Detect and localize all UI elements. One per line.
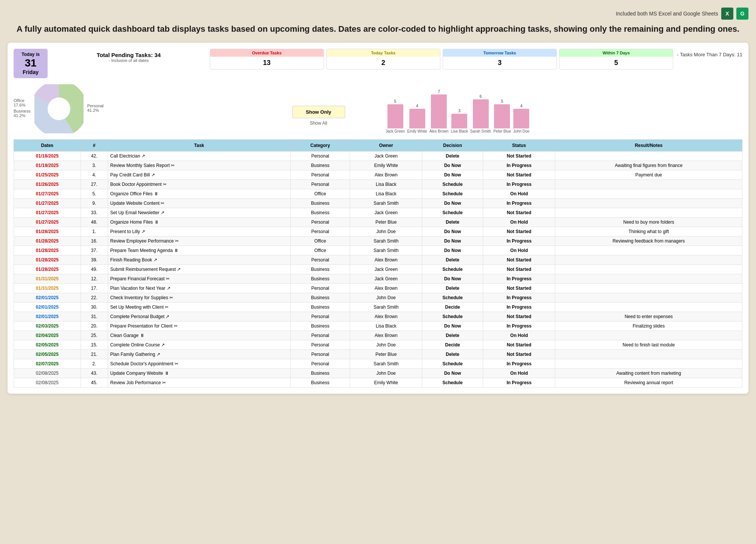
status-cell: In Progress [483, 198, 555, 208]
task-cell: Update Company Website ⏸ [108, 368, 290, 378]
num-cell: 48. [81, 217, 108, 227]
date-cell: 01/27/2025 [14, 208, 81, 217]
decision-cell: Do Now [422, 170, 483, 179]
table-row: 01/27/202548.Organize Home Files ⏸Person… [14, 217, 742, 227]
week-value: 5 [559, 57, 673, 69]
num-cell: 27. [81, 179, 108, 189]
owner-cell: Sarah Smith [350, 359, 422, 368]
task-cell: Call Electrician ↗ [108, 151, 290, 161]
status-cell: In Progress [483, 378, 555, 387]
status-cell: On Hold [483, 217, 555, 227]
show-all-link[interactable]: Show All [310, 121, 327, 126]
table-row: 02/05/202515.Complete Online Course ↗Per… [14, 340, 742, 349]
table-row: 01/28/202539.Finish Reading Book ↗Person… [14, 255, 742, 264]
show-only-section: Show Only Show All [259, 106, 378, 133]
bar-rect [473, 99, 489, 128]
notes-cell: Awaiting content from marketing [555, 368, 742, 378]
num-cell: 42. [81, 151, 108, 161]
decision-cell: Schedule [422, 208, 483, 217]
more-tasks: - Tasks More Than 7 Days: 11 [677, 49, 742, 57]
task-cell: Pay Credit Card Bill ↗ [108, 170, 290, 179]
summary-row: Today is 31 Friday Total Pending Tasks: … [14, 49, 742, 78]
notes-cell: Thinking what to gift [555, 227, 742, 236]
date-cell: 02/04/2025 [14, 331, 81, 340]
table-header: Dates#TaskCategoryOwnerDecisionStatusRes… [14, 139, 742, 151]
bar-rect [513, 109, 529, 128]
table-header-cell: Owner [350, 139, 422, 151]
category-cell: Business [290, 208, 350, 217]
category-cell: Office [290, 189, 350, 198]
today-tasks-header: Today Tasks [327, 49, 440, 57]
table-body: 01/18/202542.Call Electrician ↗PersonalJ… [14, 151, 742, 387]
task-cell: Set Up Email Newsletter ↗ [108, 208, 290, 217]
owner-cell: John Doe [350, 293, 422, 302]
decision-cell: Delete [422, 151, 483, 161]
category-cell: Business [290, 302, 350, 312]
table-row: 01/27/20255.Organize Office Files ⏸Offic… [14, 189, 742, 198]
tomorrow-header: Tomorrow Tasks [443, 49, 556, 57]
bar-rect [409, 109, 425, 128]
table-row: 01/19/20253.Review Monthly Sales Report … [14, 161, 742, 170]
task-cell: Check Inventory for Supplies ✂ [108, 293, 290, 302]
decision-cell: Schedule [422, 293, 483, 302]
task-cell: Organize Home Files ⏸ [108, 217, 290, 227]
category-cell: Office [290, 246, 350, 255]
bar-item: 5 Peter Blue [493, 99, 511, 133]
date-cell: 01/31/2025 [14, 283, 81, 293]
category-cell: Business [290, 264, 350, 274]
num-cell: 22. [81, 293, 108, 302]
decision-cell: Delete [422, 349, 483, 359]
notes-cell [555, 302, 742, 312]
num-cell: 4. [81, 170, 108, 179]
date-cell: 02/05/2025 [14, 340, 81, 349]
date-cell: 01/28/2025 [14, 264, 81, 274]
table-row: 01/18/202542.Call Electrician ↗PersonalJ… [14, 151, 742, 161]
owner-cell: Alex Brown [350, 331, 422, 340]
date-cell: 01/28/2025 [14, 236, 81, 246]
table-row: 02/05/202521.Plan Family Gathering ↗Pers… [14, 349, 742, 359]
date-cell: 02/05/2025 [14, 349, 81, 359]
category-cell: Personal [290, 255, 350, 264]
category-cell: Personal [290, 340, 350, 349]
table-header-cell: Dates [14, 139, 81, 151]
bar-item: 4 Emily White [407, 104, 427, 133]
owner-cell: Alex Brown [350, 312, 422, 321]
table-header-cell: Status [483, 139, 555, 151]
today-day: Friday [20, 69, 42, 75]
num-cell: 12. [81, 274, 108, 283]
task-cell: Prepare Team Meeting Agenda ⏸ [108, 246, 290, 255]
bar-label: Emily White [407, 129, 427, 133]
status-cell: On Hold [483, 189, 555, 198]
show-only-button[interactable]: Show Only [292, 106, 345, 118]
office-label: Office 17.6% [14, 98, 31, 107]
date-cell: 01/19/2025 [14, 161, 81, 170]
date-cell: 02/01/2025 [14, 302, 81, 312]
category-cell: Personal [290, 283, 350, 293]
date-cell: 01/27/2025 [14, 217, 81, 227]
table-row: 02/08/202543.Update Company Website ⏸Bus… [14, 368, 742, 378]
notes-cell [555, 293, 742, 302]
table-header-cell: Decision [422, 139, 483, 151]
task-cell: Book Doctor Appointment ✂ [108, 179, 290, 189]
status-cell: In Progress [483, 274, 555, 283]
bar-value: 3 [459, 109, 461, 113]
table-row: 01/27/202533.Set Up Email Newsletter ↗Bu… [14, 208, 742, 217]
num-cell: 2. [81, 359, 108, 368]
table-row: 01/28/202516.Review Employee Performance… [14, 236, 742, 246]
pie-labels-right: Personal 41.2% [87, 104, 104, 114]
table-row: 02/01/202530.Set Up Meeting with Client … [14, 302, 742, 312]
bar-rect [387, 104, 403, 128]
owner-cell: Sarah Smith [350, 198, 422, 208]
week-box: Within 7 Days 5 [559, 49, 673, 70]
num-cell: 43. [81, 368, 108, 378]
task-cell: Prepare Financial Forecast ✂ [108, 274, 290, 283]
date-cell: 01/27/2025 [14, 198, 81, 208]
overdue-box: Overdue Tasks 13 [210, 49, 324, 70]
notes-cell: Payment due [555, 170, 742, 179]
status-cell: Not Started [483, 255, 555, 264]
task-cell: Submit Reimbursement Request ↗ [108, 264, 290, 274]
owner-cell: Sarah Smith [350, 302, 422, 312]
owner-cell: Lisa Black [350, 189, 422, 198]
decision-cell: Decide [422, 302, 483, 312]
decision-cell: Do Now [422, 246, 483, 255]
